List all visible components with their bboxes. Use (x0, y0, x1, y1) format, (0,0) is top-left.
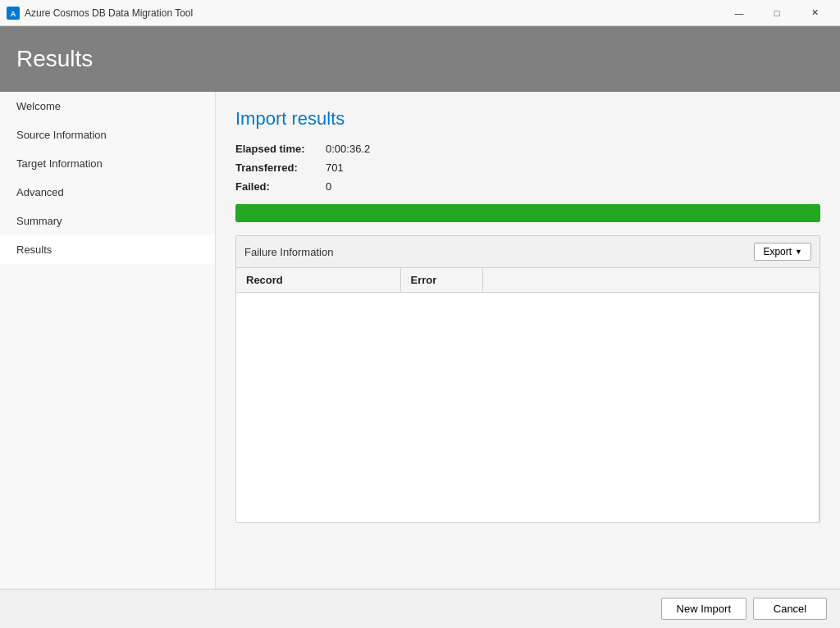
failed-row: Failed: 0 (235, 180, 820, 193)
failure-table: Record Error (236, 268, 819, 522)
sidebar-item-advanced[interactable]: Advanced (0, 178, 215, 207)
window-controls: — □ ✕ (720, 0, 833, 26)
column-extra (482, 268, 819, 293)
maximize-button[interactable]: □ (758, 0, 796, 26)
transferred-label: Transferred: (235, 162, 326, 174)
failure-section: Failure Information Export ▼ Record Erro… (235, 235, 820, 523)
svg-text:A: A (11, 10, 16, 18)
sidebar-item-results[interactable]: Results (0, 235, 215, 264)
cancel-button[interactable]: Cancel (753, 598, 827, 620)
content-area: Import results Elapsed time: 0:00:36.2 T… (216, 92, 840, 589)
export-dropdown-arrow-icon: ▼ (795, 248, 802, 256)
failure-title: Failure Information (244, 246, 333, 258)
elapsed-label: Elapsed time: (235, 143, 326, 155)
close-button[interactable]: ✕ (796, 0, 833, 26)
sidebar-item-source-information[interactable]: Source Information (0, 121, 215, 149)
empty-row (236, 293, 819, 522)
main-area: Welcome Source Information Target Inform… (0, 92, 840, 589)
elapsed-value: 0:00:36.2 (326, 143, 370, 155)
column-error: Error (400, 268, 482, 293)
failure-header: Failure Information Export ▼ (236, 236, 819, 268)
failed-value: 0 (326, 180, 331, 193)
progress-container (235, 204, 820, 222)
content-inner: Import results Elapsed time: 0:00:36.2 T… (216, 92, 840, 589)
column-record: Record (236, 268, 400, 293)
minimize-button[interactable]: — (720, 0, 758, 26)
failed-label: Failed: (235, 180, 326, 193)
transferred-row: Transferred: 701 (235, 162, 820, 174)
page-title: Results (16, 46, 93, 72)
export-label: Export (763, 246, 792, 257)
title-bar: A Azure Cosmos DB Data Migration Tool — … (0, 0, 840, 26)
new-import-button[interactable]: New Import (661, 598, 746, 620)
transferred-value: 701 (326, 162, 344, 174)
failure-table-wrapper: Record Error (236, 268, 819, 522)
elapsed-row: Elapsed time: 0:00:36.2 (235, 143, 820, 155)
sidebar-item-summary[interactable]: Summary (0, 207, 215, 235)
sidebar: Welcome Source Information Target Inform… (0, 92, 216, 589)
header: Results (0, 26, 840, 92)
import-results-title: Import results (235, 108, 820, 130)
sidebar-item-welcome[interactable]: Welcome (0, 92, 215, 121)
sidebar-item-target-information[interactable]: Target Information (0, 149, 215, 178)
progress-bar (235, 204, 820, 222)
table-header: Record Error (236, 268, 819, 293)
app-title: Azure Cosmos DB Data Migration Tool (25, 7, 720, 19)
table-body (236, 293, 819, 522)
footer: New Import Cancel (0, 589, 840, 628)
empty-cell (236, 293, 819, 522)
export-button[interactable]: Export ▼ (754, 243, 811, 261)
app-icon: A (7, 7, 20, 20)
